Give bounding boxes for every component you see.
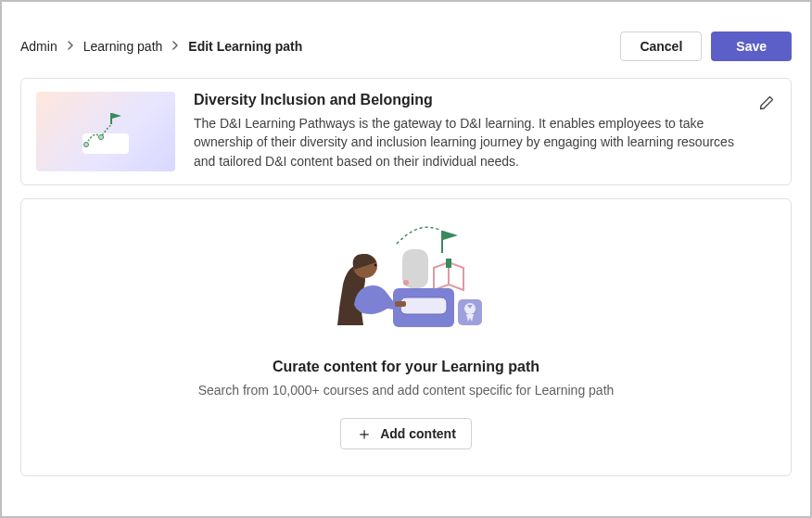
learning-path-title: Diversity Inclusion and Belonging [194,92,739,108]
breadcrumb-root[interactable]: Admin [20,39,57,54]
svg-rect-9 [400,297,447,314]
svg-rect-4 [441,231,443,253]
svg-point-15 [374,263,377,266]
breadcrumb-current: Edit Learning path [188,39,302,54]
add-content-label: Add content [380,426,456,441]
learning-path-info-card: Diversity Inclusion and Belonging The D&… [20,78,792,185]
action-buttons: Cancel Save [620,32,792,61]
curate-illustration [36,216,776,346]
curate-content-card: Curate content for your Learning path Se… [20,198,792,476]
topbar: Admin Learning path Edit Learning path C… [20,17,792,61]
learning-path-thumbnail [36,92,175,171]
svg-point-3 [99,135,104,140]
breadcrumb: Admin Learning path Edit Learning path [20,39,302,54]
svg-rect-1 [110,113,112,124]
svg-point-2 [84,143,89,147]
cancel-button[interactable]: Cancel [620,32,702,61]
edit-icon[interactable] [757,94,776,112]
curate-subtitle: Search from 10,000+ courses and add cont… [36,383,776,398]
svg-rect-14 [395,301,406,307]
curate-title: Curate content for your Learning path [36,359,776,375]
add-content-button[interactable]: ＋ Add content [340,418,472,449]
chevron-right-icon [67,40,74,53]
learning-path-text: Diversity Inclusion and Belonging The D&… [194,92,739,171]
save-button[interactable]: Save [711,32,792,61]
plus-icon: ＋ [356,425,373,442]
svg-point-10 [403,280,409,285]
learning-path-description: The D&I Learning Pathways is the gateway… [194,114,739,171]
svg-rect-7 [446,259,451,268]
svg-rect-0 [82,133,129,154]
chevron-right-icon [171,40,179,53]
breadcrumb-mid[interactable]: Learning path [83,39,163,54]
